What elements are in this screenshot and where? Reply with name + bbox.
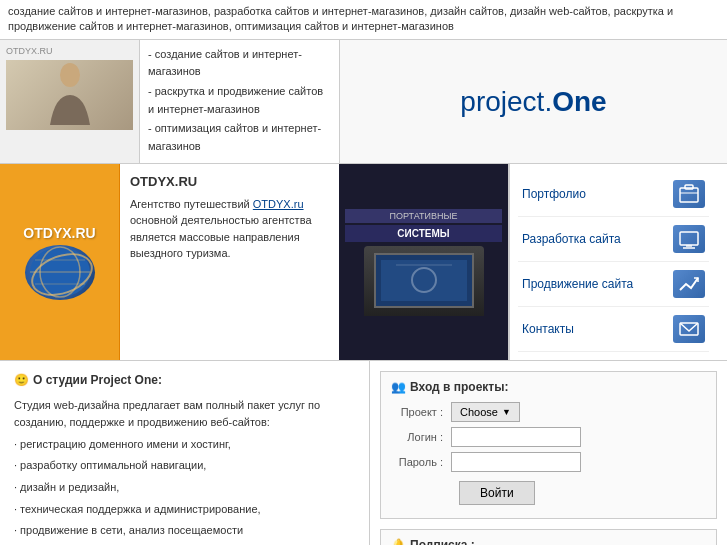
login-row: Логин : <box>391 427 706 447</box>
project-one-logo: project.One <box>460 86 606 118</box>
svg-rect-14 <box>686 245 692 247</box>
login-input[interactable] <box>451 427 581 447</box>
svg-rect-13 <box>680 232 698 245</box>
content-para-3: · дизайн и редизайн, <box>14 479 355 497</box>
subscribe-section: 🔔 Подписка : E-mail : Подписаться : Отпи… <box>380 529 717 545</box>
login-section: 👥 Вход в проекты: Проект : Choose ▼ Логи… <box>380 371 717 519</box>
service-item-2: - раскрутка и продвижение сайтов и интер… <box>148 83 331 118</box>
content-para-0: Студия web-дизайна предлагает вам полный… <box>14 397 355 432</box>
content-para-2: · разработку оптимальной навигации, <box>14 457 355 475</box>
submit-row: Войти <box>391 477 706 505</box>
nav-item-development[interactable]: Разработка сайта <box>518 217 709 262</box>
globe-icon <box>25 245 95 300</box>
header-image <box>6 60 133 130</box>
portfolio-icon <box>673 180 705 208</box>
otdyx-text-body: Агентство путешествий OTDYX.ru основной … <box>130 196 329 262</box>
portativnye-title-top: ПОРТАТИВНЫЕ <box>345 209 502 223</box>
otdyx-description: OTDYX.RU Агентство путешествий OTDYX.ru … <box>120 164 339 360</box>
bell-icon: 🔔 <box>391 538 406 545</box>
service-item-3: - оптимизация сайтов и интернет-магазино… <box>148 120 331 155</box>
svg-point-2 <box>40 247 80 297</box>
header-area: OTDYX.RU - создание сайтов и интернет-ма… <box>0 40 727 165</box>
content-area: 🙂 О студии Project One: Студия web-дизай… <box>0 361 727 545</box>
second-row: OTDYX.RU OTDYX.RU Агентство путешествий … <box>0 164 727 361</box>
header-left: OTDYX.RU - создание сайтов и интернет-ма… <box>0 40 340 164</box>
svg-rect-7 <box>381 260 467 301</box>
project-row: Проект : Choose ▼ <box>391 402 706 422</box>
svg-point-0 <box>60 63 80 87</box>
content-para-4: · техническая поддержка и администрирова… <box>14 501 355 519</box>
submit-button[interactable]: Войти <box>459 481 535 505</box>
contacts-icon <box>673 315 705 343</box>
top-banner: создание сайтов и интернет-магазинов, ра… <box>0 0 727 40</box>
development-icon <box>673 225 705 253</box>
dropdown-arrow-icon: ▼ <box>502 407 511 417</box>
content-title: 🙂 О студии Project One: <box>14 371 355 390</box>
submit-btn-label: Войти <box>480 486 514 500</box>
content-para-1: · регистрацию доменного имени и хостинг, <box>14 436 355 454</box>
subscribe-title: 🔔 Подписка : <box>391 538 706 545</box>
otdyx-block: OTDYX.RU OTDYX.RU Агентство путешествий … <box>0 164 510 360</box>
nav-item-promotion[interactable]: Продвижение сайта <box>518 262 709 307</box>
nav-label-development: Разработка сайта <box>522 232 667 246</box>
password-row: Пароль : <box>391 452 706 472</box>
company-logo-small: OTDYX.RU <box>6 46 133 56</box>
login-label: Логин : <box>391 431 451 443</box>
content-para-5: · продвижение в сети, анализ посещаемост… <box>14 522 355 540</box>
nav-label-contacts: Контакты <box>522 322 667 336</box>
svg-point-1 <box>30 247 90 297</box>
nav-label-portfolio: Портфолио <box>522 187 667 201</box>
svg-rect-11 <box>685 185 693 189</box>
project-label: Проект : <box>391 406 451 418</box>
login-title: 👥 Вход в проекты: <box>391 380 706 394</box>
content-right: 👥 Вход в проекты: Проект : Choose ▼ Логи… <box>370 361 727 545</box>
logo-project: project. <box>460 86 552 117</box>
service-item-1: - создание сайтов и интернет-магазинов <box>148 46 331 81</box>
otdyx-title: OTDYX.RU <box>130 172 329 192</box>
otdyx-logo: OTDYX.RU <box>0 164 120 360</box>
header-logo-block: OTDYX.RU <box>0 40 140 164</box>
people-icon: 👥 <box>391 380 406 394</box>
svg-rect-10 <box>680 188 698 202</box>
portativnye-title-bottom: СИСТЕМЫ <box>345 225 502 242</box>
banner-text: создание сайтов и интернет-магазинов, ра… <box>8 5 673 32</box>
otdyx-desc-rest: основной деятельностью агентства являетс… <box>130 214 312 259</box>
nav-label-promotion: Продвижение сайта <box>522 277 667 291</box>
services-list: - создание сайтов и интернет-магазинов -… <box>140 40 339 164</box>
nav-item-contacts[interactable]: Контакты <box>518 307 709 352</box>
header-logo-area: project.One <box>340 40 727 164</box>
otdyx-logo-text: OTDYX.RU <box>23 225 95 241</box>
otdyx-link[interactable]: OTDYX.ru <box>253 198 304 210</box>
promotion-icon <box>673 270 705 298</box>
logo-one: One <box>552 86 606 117</box>
content-left: 🙂 О студии Project One: Студия web-дизай… <box>0 361 370 545</box>
nav-item-portfolio[interactable]: Портфолио <box>518 172 709 217</box>
laptop-image <box>364 246 484 316</box>
portativnye-block: ПОРТАТИВНЫЕ СИСТЕМЫ <box>339 164 509 360</box>
laptop-screen <box>374 253 474 308</box>
password-label: Пароль : <box>391 456 451 468</box>
smiley-icon: 🙂 <box>14 371 29 390</box>
choose-button[interactable]: Choose ▼ <box>451 402 520 422</box>
right-nav: Портфолио Разработка сайта Продвижение с… <box>510 164 717 360</box>
password-input[interactable] <box>451 452 581 472</box>
choose-btn-label: Choose <box>460 406 498 418</box>
